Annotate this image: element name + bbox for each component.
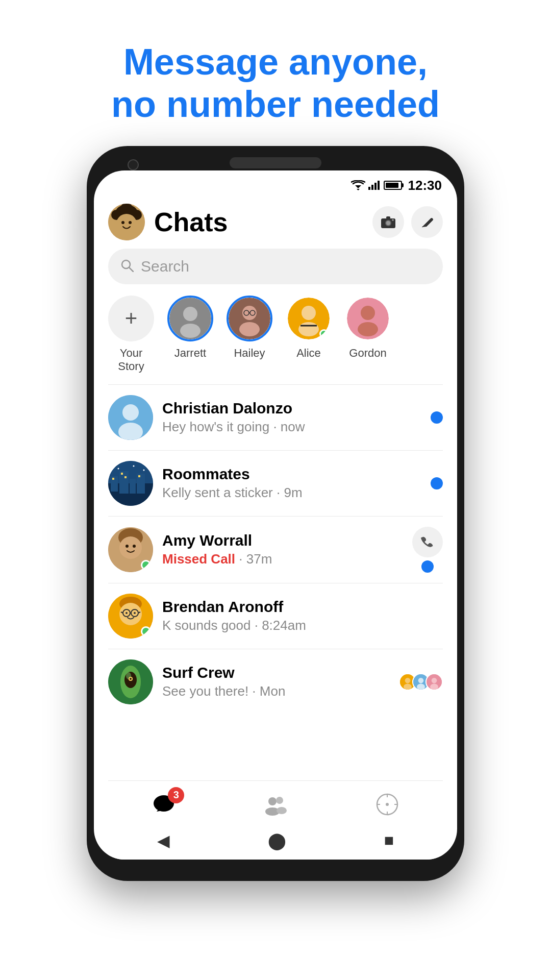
svg-point-79: [418, 678, 424, 683]
headline: Message anyone, no number needed: [111, 41, 440, 126]
svg-point-57: [126, 545, 129, 548]
svg-point-52: [133, 465, 135, 467]
compose-button[interactable]: [411, 206, 443, 238]
group-avatars-surfcrew: [399, 673, 443, 691]
battery-icon: [384, 181, 402, 190]
svg-rect-48: [121, 473, 123, 475]
unread-indicator-amy: [421, 560, 434, 573]
svg-point-67: [126, 612, 128, 614]
page-title: Chats: [154, 207, 363, 237]
chat-preview-surfcrew: See you there! · Mon: [162, 683, 390, 699]
chat-badge: 3: [168, 787, 184, 803]
story-avatar-hailey[interactable]: [227, 296, 272, 341]
svg-rect-4: [374, 183, 377, 190]
svg-point-77: [404, 683, 412, 690]
svg-marker-0: [355, 185, 361, 188]
front-camera: [128, 159, 139, 170]
divider-3: [108, 516, 443, 517]
unread-indicator-roommates: [431, 477, 443, 489]
nav-people[interactable]: [250, 789, 301, 820]
chat-right-amy: [412, 527, 443, 573]
svg-point-80: [417, 683, 425, 690]
back-button[interactable]: ◀: [157, 831, 170, 850]
search-icon: [120, 259, 134, 274]
svg-point-89: [277, 807, 287, 814]
story-label-alice: Alice: [296, 347, 321, 360]
chat-avatar-christian: [108, 395, 153, 440]
chat-avatar-amy: [108, 527, 153, 572]
svg-point-56: [119, 536, 142, 559]
divider-4: [108, 583, 443, 583]
svg-point-16: [386, 221, 390, 225]
wifi-icon: [351, 180, 365, 190]
chat-info-roommates: Roommates Kelly sent a sticker · 9m: [162, 465, 421, 501]
story-item-your-story[interactable]: + Your Story: [108, 296, 154, 373]
story-avatar-gordon[interactable]: [345, 296, 391, 341]
story-avatar-jarrett[interactable]: [167, 296, 213, 341]
svg-point-53: [143, 469, 145, 471]
svg-point-36: [361, 306, 375, 320]
home-button[interactable]: ⬤: [268, 831, 286, 850]
chat-avatar-brendan: [108, 594, 153, 639]
phone-shell: 12:30: [87, 146, 464, 881]
chat-item-roommates[interactable]: Roommates Kelly sent a sticker · 9m: [108, 453, 443, 514]
nav-chats[interactable]: 3: [138, 789, 189, 820]
bottom-nav: 3: [108, 780, 443, 825]
user-avatar[interactable]: [108, 204, 145, 240]
svg-point-33: [298, 322, 319, 336]
svg-marker-1: [357, 189, 360, 190]
call-button-amy[interactable]: [412, 527, 443, 557]
svg-point-32: [302, 306, 316, 320]
chat-name-brendan: Brendan Aronoff: [162, 598, 434, 616]
svg-point-24: [180, 324, 201, 338]
chat-avatar-surfcrew: [108, 659, 153, 704]
story-item-gordon[interactable]: Gordon: [345, 296, 391, 360]
nav-discover[interactable]: [362, 789, 413, 820]
svg-rect-3: [371, 185, 373, 190]
chat-preview-christian: Hey how's it going · now: [162, 419, 421, 435]
stories-row: + Your Story Jarrett: [108, 296, 443, 373]
chat-preview-amy: Missed Call · 37m: [162, 551, 403, 567]
story-label-hailey: Hailey: [234, 347, 265, 360]
chat-item-brendan-aronoff[interactable]: Brendan Aronoff K sounds good · 8:24am: [108, 585, 443, 647]
svg-point-91: [386, 803, 389, 806]
chat-item-surf-crew[interactable]: Surf Crew See you there! · Mon: [108, 651, 443, 713]
svg-point-74: [130, 678, 132, 680]
chat-item-christian-dalonzo[interactable]: Christian Dalonzo Hey how's it going · n…: [108, 387, 443, 448]
story-avatar-alice[interactable]: [286, 296, 332, 341]
header-actions: [372, 206, 443, 238]
svg-point-86: [268, 797, 277, 805]
svg-rect-5: [378, 181, 380, 190]
chat-list: Christian Dalonzo Hey how's it going · n…: [108, 387, 443, 780]
svg-point-37: [358, 322, 378, 336]
svg-rect-50: [138, 475, 140, 477]
story-item-alice[interactable]: Alice: [286, 296, 332, 360]
recents-button[interactable]: ■: [384, 831, 394, 850]
story-item-hailey[interactable]: Hailey: [227, 296, 272, 360]
svg-line-21: [129, 267, 133, 272]
unread-indicator-christian: [431, 411, 443, 424]
chat-right-christian: [431, 411, 443, 424]
svg-point-51: [118, 468, 119, 469]
svg-rect-45: [130, 479, 136, 494]
svg-point-18: [392, 219, 394, 221]
status-time: 12:30: [408, 178, 442, 193]
speaker: [230, 157, 321, 168]
chat-info-brendan: Brendan Aronoff K sounds good · 8:24am: [162, 598, 434, 633]
chat-item-amy-worrall[interactable]: Amy Worrall Missed Call · 37m: [108, 519, 443, 581]
story-label-jarrett: Jarrett: [174, 347, 206, 360]
chat-preview-roommates: Kelly sent a sticker · 9m: [162, 485, 421, 501]
divider-5: [108, 649, 443, 649]
svg-rect-46: [137, 474, 145, 494]
svg-point-23: [183, 307, 197, 321]
camera-button[interactable]: [372, 206, 404, 238]
story-item-jarrett[interactable]: Jarrett: [167, 296, 213, 360]
chat-right-surfcrew: [399, 673, 443, 691]
chat-name-christian: Christian Dalonzo: [162, 400, 421, 417]
add-story-button[interactable]: +: [108, 296, 154, 341]
svg-point-11: [116, 214, 137, 234]
chat-right-roommates: [431, 477, 443, 489]
search-bar[interactable]: Search: [108, 249, 443, 284]
svg-rect-44: [119, 471, 129, 494]
svg-rect-49: [124, 476, 127, 478]
